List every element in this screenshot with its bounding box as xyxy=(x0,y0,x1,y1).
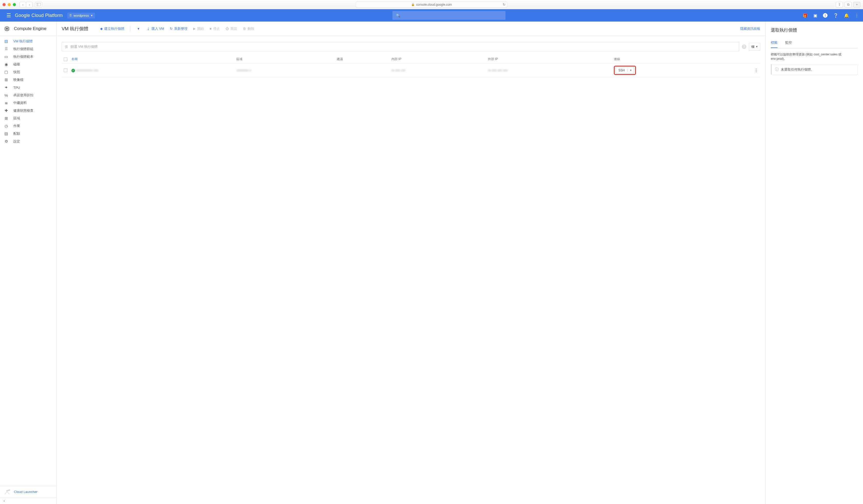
svg-line-16 xyxy=(5,491,7,494)
sidebar-item-snapshot[interactable]: ▢快照 xyxy=(0,68,56,76)
svg-line-17 xyxy=(7,491,9,494)
search-input[interactable]: 🔍 xyxy=(392,11,505,20)
sidebar-item-label: 映像檔 xyxy=(13,77,23,82)
snapshot-icon: ▢ xyxy=(3,70,9,75)
columns-button[interactable]: 欄 ▼ xyxy=(749,43,760,51)
start-button: ▶ 開始 xyxy=(193,26,204,31)
sidebar-item-ops[interactable]: ◷作業 xyxy=(0,122,56,130)
status-running-icon: ✓ xyxy=(71,69,75,73)
sidebar-item-template[interactable]: ▭執行個體範本 xyxy=(0,53,56,61)
col-name[interactable]: 名稱 xyxy=(69,55,234,64)
reset-label: 重設 xyxy=(230,26,237,31)
cloud-shell-icon[interactable]: ▣ xyxy=(813,13,817,18)
filter-input[interactable]: ☰ 篩選 VM 執行個體 xyxy=(62,42,739,51)
telescope-icon xyxy=(3,489,12,495)
sidebar-item-disk[interactable]: ◉磁碟 xyxy=(0,61,56,68)
hide-info-panel-button[interactable]: 隱藏資訊面板 xyxy=(740,26,760,31)
instance-name[interactable]: xxxxxxxxxxx xxx xyxy=(76,68,98,72)
stop-label: 停止 xyxy=(213,26,220,31)
import-vm-button[interactable]: ⭳ 匯入 VM xyxy=(147,26,164,31)
refresh-label: 重新整理 xyxy=(174,26,188,31)
sidebar-item-metadata[interactable]: ≣中繼資料 xyxy=(0,99,56,107)
filter-help-icon[interactable]: ? xyxy=(742,44,747,49)
more-icon[interactable]: ⋮ xyxy=(855,13,859,18)
delete-label: 刪除 xyxy=(248,26,254,31)
tpu-icon: ✦ xyxy=(3,85,9,90)
row-menu-icon[interactable]: ⋮ xyxy=(754,68,758,73)
row-checkbox[interactable] xyxy=(64,68,67,72)
refresh-icon: ↻ xyxy=(170,27,173,30)
notifications-icon[interactable]: 🔔 xyxy=(844,13,849,18)
product-header[interactable]: Compute Engine xyxy=(0,22,56,36)
columns-label: 欄 xyxy=(751,44,754,49)
start-label: 開始 xyxy=(197,26,204,31)
close-window-icon[interactable] xyxy=(3,3,5,6)
import-icon: ⭳ xyxy=(147,27,150,30)
back-button[interactable]: ‹ xyxy=(20,2,26,8)
ssh-dropdown-icon[interactable]: ▼ xyxy=(627,69,634,72)
sidebar-item-tpu[interactable]: ✦TPU xyxy=(0,83,56,91)
alert-icon[interactable]: ! xyxy=(823,13,827,18)
compute-engine-icon xyxy=(3,25,10,32)
collapse-sidebar-button[interactable]: ‹ xyxy=(0,497,56,504)
ssh-label: SSH xyxy=(616,68,627,72)
sidebar-item-discount[interactable]: %承諾使用折扣 xyxy=(0,91,56,99)
recommend-value xyxy=(335,64,389,77)
menu-icon[interactable]: ☰ xyxy=(3,12,15,18)
table-row[interactable]: ✓ xxxxxxxxxxx xxxxxxxxxxx xxx xxx xxxxx … xyxy=(62,64,760,77)
col-internal-ip[interactable]: 內部 IP xyxy=(389,55,486,64)
sidebar-item-health[interactable]: ✚健康狀態檢查 xyxy=(0,107,56,114)
select-all-checkbox[interactable] xyxy=(64,57,67,61)
sidebar-item-zone[interactable]: ⊞區域 xyxy=(0,114,56,122)
info-panel: 選取執行個體 標籤 監控 標籤可以協助您整理資源 (例如 cost_center… xyxy=(765,22,863,504)
svg-rect-0 xyxy=(36,3,40,6)
col-zone[interactable]: 區域 xyxy=(234,55,334,64)
power-icon: ⏻ xyxy=(225,27,229,30)
tab-monitoring[interactable]: 監控 xyxy=(785,38,792,48)
page-title: VM 執行個體 xyxy=(62,26,88,32)
sidebar-item-quota[interactable]: ▤配額 xyxy=(0,130,56,138)
forward-button[interactable]: › xyxy=(26,2,33,8)
tabs-icon[interactable]: ⧉ xyxy=(845,2,852,8)
sidebar-item-image[interactable]: ⊞映像檔 xyxy=(0,76,56,83)
image-icon: ⊞ xyxy=(3,77,9,82)
sidebar-item-label: 設定 xyxy=(13,139,20,144)
sidebar-item-group[interactable]: ⠿執行個體群組 xyxy=(0,45,56,53)
disk-icon: ◉ xyxy=(3,62,9,67)
create-icon: ◆ xyxy=(100,27,103,30)
product-name: Compute Engine xyxy=(14,26,47,31)
project-selector[interactable]: ⠿ wordpress ▼ xyxy=(67,13,95,18)
help-icon[interactable]: ❔ xyxy=(833,13,838,18)
create-instance-button[interactable]: ◆ 建立執行個體 xyxy=(100,26,124,31)
minimize-window-icon[interactable] xyxy=(8,3,11,6)
sidebar-toggle-icon[interactable] xyxy=(35,2,42,8)
create-dropdown-icon[interactable]: ▼ xyxy=(136,27,141,30)
sidebar-item-vm[interactable]: ▤VM 執行個體 xyxy=(0,38,56,45)
import-label: 匯入 VM xyxy=(151,26,164,31)
gcp-header: ☰ Google Cloud Platform ⠿ wordpress ▼ 🔍 … xyxy=(0,9,863,22)
cloud-launcher-label: Cloud Launcher xyxy=(14,490,38,494)
discount-icon: % xyxy=(3,93,9,98)
col-connect[interactable]: 連線 xyxy=(612,55,752,64)
tab-labels[interactable]: 標籤 xyxy=(771,38,777,48)
delete-button: 🗑 刪除 xyxy=(243,26,254,31)
col-external-ip[interactable]: 外部 IP xyxy=(486,55,612,64)
gift-icon[interactable]: 🎁 xyxy=(803,13,808,18)
cloud-launcher-link[interactable]: Cloud Launcher xyxy=(0,486,56,497)
ssh-highlight: SSH▼ xyxy=(614,66,636,75)
ssh-button[interactable]: SSH▼ xyxy=(616,67,634,74)
brand-text: Google Cloud Platform xyxy=(15,13,63,18)
sidebar: Compute Engine ▤VM 執行個體⠿執行個體群組▭執行個體範本◉磁碟… xyxy=(0,22,57,504)
lock-icon: 🔒 xyxy=(411,3,415,6)
sidebar-item-settings[interactable]: ⚙設定 xyxy=(0,138,56,145)
fullscreen-window-icon[interactable] xyxy=(13,3,16,6)
reload-icon[interactable]: ↻ xyxy=(503,3,505,7)
project-dots-icon: ⠿ xyxy=(69,14,72,17)
template-icon: ▭ xyxy=(3,54,9,59)
refresh-button[interactable]: ↻ 重新整理 xyxy=(170,26,188,31)
new-tab-icon[interactable]: + xyxy=(853,2,860,8)
address-bar[interactable]: 🔒 console.cloud.google.com ↻ xyxy=(356,1,507,8)
reset-button: ⏻ 重設 xyxy=(225,26,237,31)
col-recommend[interactable]: 建議 xyxy=(335,55,389,64)
share-icon[interactable]: ⇪ xyxy=(836,2,843,8)
